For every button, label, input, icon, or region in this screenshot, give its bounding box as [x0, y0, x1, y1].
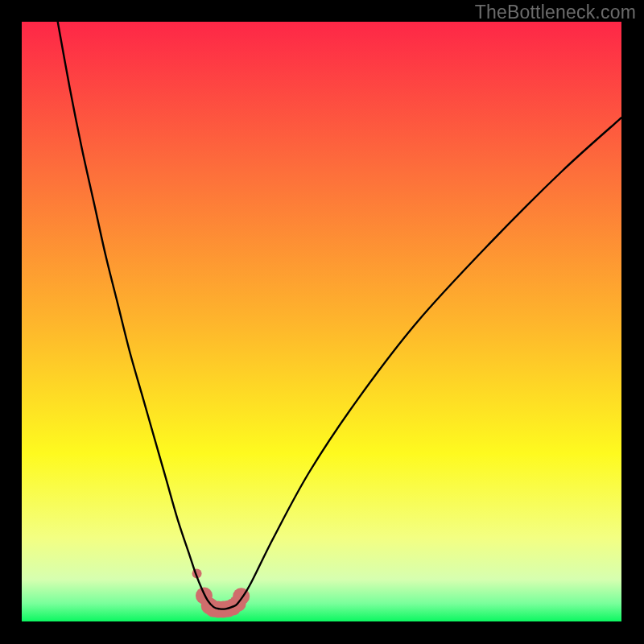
- bottleneck-chart: [22, 22, 621, 621]
- chart-frame: [22, 22, 621, 621]
- marker-layer: [192, 568, 250, 617]
- bottleneck-curve: [58, 22, 621, 609]
- watermark-text: TheBottleneck.com: [475, 2, 636, 23]
